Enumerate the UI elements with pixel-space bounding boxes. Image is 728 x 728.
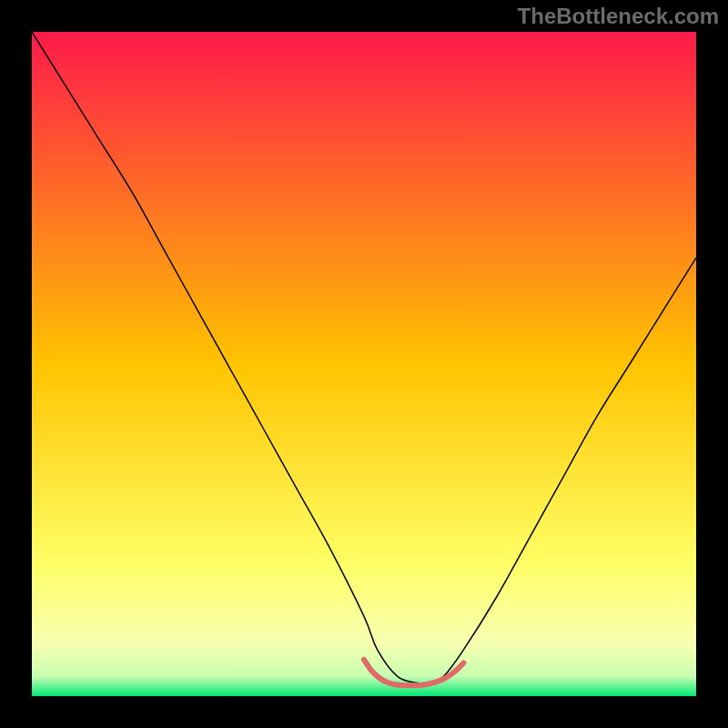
chart-svg [32,32,696,696]
watermark-text: TheBottleneck.com [518,4,719,29]
chart-background [32,32,696,696]
chart-plot-area [32,32,696,696]
